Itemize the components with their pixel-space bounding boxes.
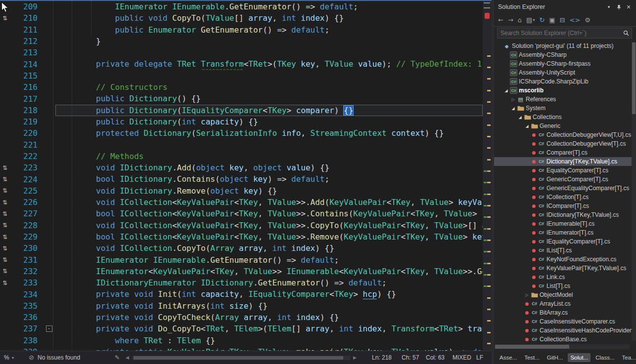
tree-item[interactable]: C#IEqualityComparer[T].cs: [494, 237, 632, 246]
code-line-text[interactable]: private void Init(int capacity, IEqualit…: [55, 288, 483, 300]
tree-item[interactable]: ◢System: [494, 104, 632, 113]
tree-item[interactable]: C#IComparer[T].cs: [494, 202, 632, 210]
tree-item[interactable]: C#Assembly-UnityScript: [494, 68, 632, 77]
line-indicator[interactable]: Ln: 218: [372, 354, 392, 361]
code-line-text[interactable]: protected Dictionary(SerializationInfo i…: [55, 127, 483, 139]
char-indicator[interactable]: Ch: 57: [402, 354, 419, 361]
tree-item[interactable]: ◆Solution 'project-gui' (11 of 11 projec…: [494, 41, 632, 50]
tree-item[interactable]: C#ICSharpCode.SharpZipLib: [494, 77, 632, 86]
panel-tab[interactable]: Solut...: [568, 353, 591, 362]
code-line-text[interactable]: private void Do_CopyTo<TRet, TElem>(TEle…: [55, 323, 483, 334]
implementation-link-icon[interactable]: ⇅: [0, 268, 10, 275]
pin-icon[interactable]: [614, 2, 623, 11]
implementation-link-icon[interactable]: ⇅: [0, 234, 10, 241]
tree-item[interactable]: C#Link.cs: [494, 273, 632, 282]
tree-item[interactable]: C#EqualityComparer[T].cs: [494, 166, 632, 175]
preview-selected-items-icon[interactable]: ▣: [549, 16, 555, 24]
code-line-text[interactable]: IEnumerator IEnumerable.GetEnumerator() …: [55, 1, 483, 12]
window-menu-icon[interactable]: ▾: [604, 2, 613, 11]
fold-collapse-box[interactable]: -: [46, 325, 52, 332]
code-line-text[interactable]: void IDictionary.Add(object key, object …: [55, 162, 483, 173]
tree-item[interactable]: C#GenericComparer[T].cs: [494, 175, 632, 184]
code-line-text[interactable]: public Dictionary(int capacity) {}: [55, 116, 483, 127]
back-icon[interactable]: ←: [498, 16, 503, 24]
code-line-text[interactable]: private void CopyToCheck(Array array, in…: [55, 312, 483, 323]
issues-status[interactable]: No issues found: [38, 354, 80, 361]
zoom-dropdown-icon[interactable]: ▾: [12, 356, 14, 360]
code-line-text[interactable]: public void CopyTo(TValue[] array, int i…: [55, 12, 483, 24]
code-line-text[interactable]: private static KeyValuePair<TKey, TValue…: [55, 346, 483, 351]
code-line-text[interactable]: IEnumerator<KeyValuePair<TKey, TValue>> …: [55, 266, 483, 277]
tree-item[interactable]: C#CollectionDebuggerView[T,U].cs: [494, 130, 632, 139]
expander-expanded-icon[interactable]: ◢: [525, 124, 528, 128]
indentation-indicator[interactable]: MIXED: [453, 354, 471, 361]
code-line-text[interactable]: public Dictionary() {}: [55, 93, 483, 104]
expander-collapsed-icon[interactable]: ▷: [525, 293, 528, 297]
sync-with-active-document-icon[interactable]: ↻: [539, 16, 545, 24]
tree-item[interactable]: ▷ObjectModel: [494, 290, 632, 299]
tree-item[interactable]: ▷▤References: [494, 95, 632, 104]
tree-item[interactable]: C#BitArray.cs: [494, 308, 632, 317]
close-icon[interactable]: ×: [624, 2, 633, 11]
tree-item[interactable]: C#CaseInsensitiveHashCodeProvider.cs: [494, 326, 632, 335]
implementation-link-icon[interactable]: ⇅: [0, 199, 10, 206]
tree-item[interactable]: C#Assembly-CSharp: [494, 50, 632, 59]
tree-item[interactable]: C#ICollection[T].cs: [494, 193, 632, 202]
code-line-text[interactable]: void ICollection<KeyValuePair<TKey, TVal…: [55, 197, 483, 208]
expander-collapsed-icon[interactable]: ▷: [511, 97, 514, 102]
tree-item[interactable]: C#List[T].cs: [494, 282, 632, 290]
pen-edit-icon[interactable]: ✎: [115, 354, 120, 361]
tree-item[interactable]: C#Assembly-CSharp-firstpass: [494, 59, 632, 68]
code-line-text[interactable]: bool IDictionary.Contains(object key) =>…: [55, 173, 483, 185]
tree-item[interactable]: C#GenericEqualityComparer[T].cs: [494, 184, 632, 193]
tree-item[interactable]: C#CaseInsensitiveComparer.cs: [494, 317, 632, 326]
implementation-link-icon[interactable]: ⇅: [0, 280, 10, 286]
properties-icon[interactable]: ⚙: [585, 16, 591, 24]
line-ending-indicator[interactable]: LF: [476, 354, 483, 361]
view-code-icon[interactable]: <>: [570, 16, 581, 24]
tree-item[interactable]: C#ArrayList.cs: [494, 299, 632, 308]
implementation-link-icon[interactable]: ⇅: [0, 187, 10, 194]
collapse-all-icon[interactable]: ⊟: [560, 16, 565, 24]
expander-expanded-icon[interactable]: ◢: [518, 115, 521, 120]
code-line-text[interactable]: IEnumerator IEnumerable.GetEnumerator() …: [55, 254, 483, 266]
tree-item[interactable]: C#Dictionary[TKey,TValue].cs: [494, 157, 632, 166]
search-input[interactable]: [498, 29, 621, 37]
switch-views-icon[interactable]: ▤▾: [526, 16, 535, 24]
code-line-text[interactable]: public Dictionary(IEqualityComparer<TKey…: [55, 105, 483, 116]
hscroll-left-arrow-icon[interactable]: ◀: [126, 355, 129, 360]
tree-item[interactable]: C#CollectionDebuggerView[T].cs: [494, 139, 632, 148]
tree-item[interactable]: ◢Generic: [494, 121, 632, 130]
implementation-link-icon[interactable]: ⇅: [0, 222, 10, 229]
code-line-text[interactable]: void ICollection.CopyTo(Array array, int…: [55, 243, 483, 254]
code-line-text[interactable]: // Constructors: [55, 81, 483, 93]
tree-item[interactable]: C#IEnumerator[T].cs: [494, 228, 632, 237]
column-indicator[interactable]: Col: 63: [426, 354, 445, 361]
tree-item[interactable]: C#KeyNotFoundException.cs: [494, 255, 632, 264]
code-line-text[interactable]: IDictionaryEnumerator IDictionary.GetEnu…: [55, 277, 483, 288]
tree-vertical-scrollbar[interactable]: [632, 41, 636, 341]
panel-tab[interactable]: Test...: [522, 353, 542, 362]
tree-item[interactable]: C#IList[T].cs: [494, 246, 632, 255]
code-line-text[interactable]: bool ICollection<KeyValuePair<TKey, TVal…: [55, 208, 483, 219]
expander-expanded-icon[interactable]: ◢: [504, 88, 507, 93]
code-line-text[interactable]: }: [55, 36, 483, 47]
zoom-control[interactable]: %: [4, 354, 9, 361]
tree-item[interactable]: C#IDictionary[TKey,TValue].cs: [494, 210, 632, 219]
implementation-link-icon[interactable]: ⇅: [0, 256, 10, 263]
panel-tab[interactable]: Tea...: [620, 353, 636, 362]
tree-item[interactable]: ◢Collections: [494, 113, 632, 121]
code-line-text[interactable]: where TRet : TElem {}: [55, 335, 483, 346]
split-editor-grip-icon[interactable]: [484, 2, 490, 8]
tree-vscrollbar-thumb[interactable]: [632, 42, 636, 114]
editor-scrollbar[interactable]: [483, 0, 492, 351]
horizontal-scrollbar-track[interactable]: [133, 356, 350, 360]
hscroll-right-arrow-icon[interactable]: ▶: [353, 355, 357, 360]
code-line-text[interactable]: void ICollection<KeyValuePair<TKey, TVal…: [55, 220, 483, 231]
tree-item[interactable]: C#CollectionBase.cs: [494, 335, 632, 344]
implementation-link-icon[interactable]: ⇅: [0, 164, 10, 171]
implementation-link-icon[interactable]: ⇅: [0, 176, 10, 183]
tree-item[interactable]: C#KeyValuePair[TKey,TValue].cs: [494, 264, 632, 273]
expander-expanded-icon[interactable]: ◢: [511, 106, 514, 111]
code-line-text[interactable]: // Methods: [55, 151, 483, 162]
